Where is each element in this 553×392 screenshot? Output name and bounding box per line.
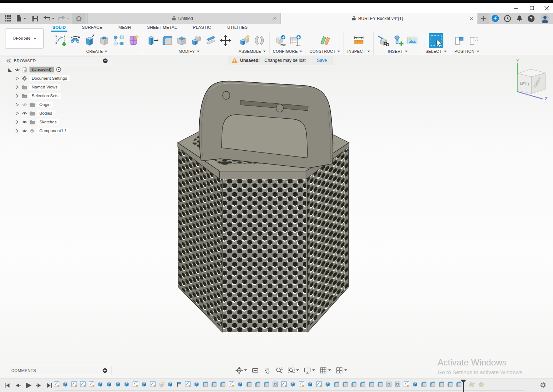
measure-tool-button[interactable] <box>353 35 365 46</box>
timeline-play-button[interactable] <box>24 381 33 389</box>
timeline-feature-extrude-22[interactable] <box>237 381 243 387</box>
select-tool-button[interactable] <box>428 33 444 48</box>
timeline-feature-fillet-23[interactable] <box>246 381 252 387</box>
browser-item-component1-1[interactable]: Component1:1 <box>3 126 111 135</box>
display-settings-button[interactable] <box>302 365 317 375</box>
form-tool-button[interactable] <box>127 35 140 46</box>
save-link[interactable]: Save <box>317 58 327 63</box>
orbit-button[interactable] <box>234 365 248 375</box>
window-minimize-button[interactable] <box>510 4 522 12</box>
timeline-feature-fillet-25[interactable] <box>263 381 270 387</box>
extensions-button[interactable] <box>490 13 500 24</box>
timeline-settings-button[interactable] <box>540 382 546 390</box>
ribbon-group-label[interactable]: INSERT <box>388 49 403 54</box>
timeline-feature-fillet-45[interactable] <box>438 381 444 387</box>
shell-tool-button[interactable] <box>176 35 188 46</box>
timeline-feature-hole-40[interactable] <box>394 381 401 387</box>
viewports-button[interactable] <box>334 365 349 375</box>
visibility-eye-icon[interactable] <box>21 110 27 116</box>
timeline-feature-fillet-43[interactable] <box>420 381 427 387</box>
timeline-feature-sketch-41[interactable] <box>403 381 409 387</box>
timeline-feature-sketch-27[interactable] <box>281 381 287 387</box>
fillet-tool-button[interactable] <box>161 35 173 46</box>
timeline-feature-sketch-10[interactable] <box>132 381 138 387</box>
timeline-suppressed-plane-1[interactable] <box>468 381 475 387</box>
timeline-feature-extrude-2[interactable] <box>62 381 68 387</box>
visibility-eye-icon[interactable] <box>21 119 27 125</box>
timeline-feature-sketch-1[interactable] <box>53 381 60 387</box>
move-tool-button[interactable] <box>219 35 232 46</box>
hole-tool-button[interactable] <box>98 35 110 46</box>
ribbon-group-label[interactable]: CONFIGURE <box>273 49 298 54</box>
tab-close-button[interactable] <box>468 15 475 22</box>
canvas-image-tool-button[interactable] <box>406 35 419 46</box>
model-canvas[interactable]: Unsaved: Changes may be lost Save BROWSE… <box>0 55 553 379</box>
timeline-feature-fillet-33[interactable] <box>333 381 340 387</box>
browser-item-origin[interactable]: Origin <box>3 100 111 109</box>
redo-button[interactable] <box>57 13 70 24</box>
browser-item-selection-sets[interactable]: Selection Sets <box>3 91 111 100</box>
workspace-selector[interactable]: DESIGN <box>5 28 44 49</box>
fit-button[interactable] <box>286 365 301 375</box>
viewcube[interactable]: Y Z LEFT FRONT <box>509 58 550 100</box>
capture-position-tool-button[interactable] <box>454 35 466 46</box>
ribbon-group-label[interactable]: CONSTRUCT <box>309 49 336 54</box>
timeline-feature-extrude-6[interactable] <box>97 381 103 387</box>
timeline-feature-extrude-7[interactable] <box>106 381 112 387</box>
expander-icon[interactable] <box>14 110 20 116</box>
timeline-feature-flag-15[interactable] <box>176 381 182 387</box>
browser-item-label[interactable]: Component1:1 <box>37 128 69 134</box>
timeline-feature-extrude-8[interactable] <box>114 381 121 387</box>
ribbon-tab-sheet-metal[interactable]: SHEET METAL <box>146 24 179 32</box>
ribbon-tab-solid[interactable]: SOLID <box>51 24 67 32</box>
extrude-tool-button[interactable] <box>83 35 96 46</box>
joint-tool-button[interactable] <box>253 35 266 46</box>
visibility-eye-icon[interactable] <box>14 67 20 72</box>
timeline-feature-sketch-21[interactable] <box>228 381 235 387</box>
browser-item-label[interactable]: Selection Sets <box>29 93 61 99</box>
ribbon-group-label[interactable]: MODIFY <box>179 49 195 54</box>
timeline-feature-hole-26[interactable] <box>272 381 278 387</box>
timeline-feature-extrude-30[interactable] <box>307 381 313 387</box>
timeline-feature-sketch-3[interactable] <box>71 381 77 387</box>
new-tab-button[interactable] <box>478 13 489 24</box>
ribbon-group-label[interactable]: CREATE <box>86 49 103 54</box>
timeline-step-back-button[interactable] <box>13 381 22 389</box>
ribbon-group-label[interactable]: ASSEMBLE <box>239 49 261 54</box>
split-tool-button[interactable] <box>205 35 217 46</box>
ribbon-group-label[interactable]: SELECT <box>425 49 442 54</box>
timeline-feature-sketch-31[interactable] <box>315 381 322 387</box>
timeline-track[interactable] <box>55 390 525 391</box>
browser-root-row[interactable]: (Unsaved) <box>3 65 111 74</box>
timeline-feature-feature-13[interactable] <box>158 381 165 387</box>
insert-fastener-tool-button[interactable] <box>392 35 404 46</box>
timeline-feature-extrude-11[interactable] <box>141 381 147 387</box>
browser-item-label[interactable]: Document Settings <box>29 75 70 81</box>
help-button[interactable]: ? <box>526 13 536 24</box>
expander-icon[interactable] <box>14 128 20 134</box>
timeline-feature-fillet-36[interactable] <box>359 381 366 387</box>
ribbon-tab-utilities[interactable]: UTILITIES <box>226 24 249 32</box>
timeline-feature-fillet-34[interactable] <box>342 381 348 387</box>
zoom-button[interactable] <box>274 365 285 375</box>
expander-icon[interactable] <box>14 84 20 90</box>
look-at-button[interactable] <box>250 365 260 375</box>
window-maximize-button[interactable] <box>526 4 538 12</box>
activate-component-radio[interactable] <box>56 67 62 72</box>
ribbon-group-label[interactable]: INSPECT <box>347 49 365 54</box>
visibility-hidden-eye-icon[interactable] <box>21 102 27 107</box>
document-tab-burley-bucket[interactable]: BURLEY Bucket v4*(1) <box>281 13 477 24</box>
add-comment-icon[interactable] <box>102 368 107 373</box>
browser-item-named-views[interactable]: Named Views <box>3 83 111 91</box>
collapse-panel-icon[interactable] <box>6 59 11 63</box>
visibility-eye-icon[interactable] <box>21 128 27 134</box>
collapse-all-icon[interactable] <box>103 58 108 63</box>
timeline-feature-fillet-44[interactable] <box>429 381 436 387</box>
config-table-tool-button[interactable] <box>289 35 301 46</box>
timeline-feature-fillet-46[interactable] <box>447 381 453 387</box>
timeline-feature-hole-39[interactable] <box>385 381 392 387</box>
timeline-feature-extrude-28[interactable] <box>289 381 296 387</box>
timeline-feature-sketch-29[interactable] <box>298 381 305 387</box>
file-menu-button[interactable] <box>15 13 28 24</box>
comments-panel[interactable]: COMMENTS <box>3 366 111 375</box>
